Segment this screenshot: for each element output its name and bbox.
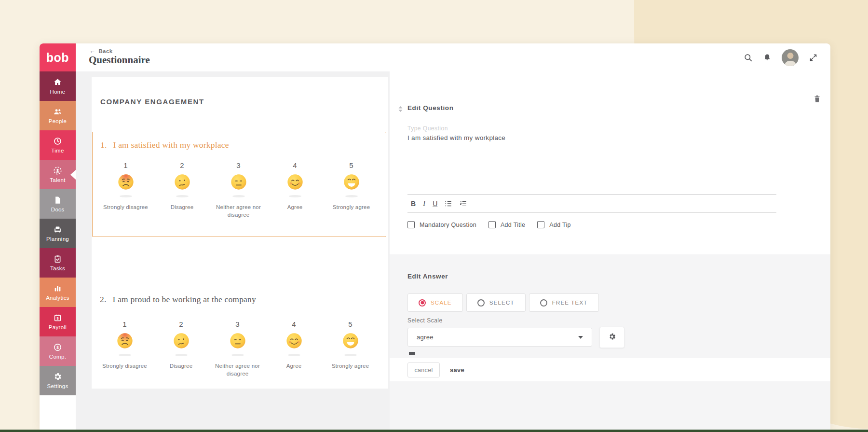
sidebar-item-docs[interactable]: Docs xyxy=(40,189,76,219)
scale-dropdown[interactable]: agree xyxy=(407,328,592,347)
scale-option-label: Disagree xyxy=(170,362,193,370)
scale-option-5: 5Strongly agree xyxy=(323,161,380,219)
italic-button[interactable]: I xyxy=(423,200,425,207)
comp-icon: $ xyxy=(53,343,62,352)
sidebar-item-comp[interactable]: $Comp. xyxy=(40,336,76,366)
cancel-button[interactable]: cancel xyxy=(407,362,440,377)
unordered-list-button[interactable] xyxy=(445,200,452,208)
underline-button[interactable]: U xyxy=(433,200,437,207)
page-title: Questionnaire xyxy=(89,54,150,66)
scale-option-label: Strongly agree xyxy=(332,362,369,370)
checkbox-mandatory-question[interactable]: Mandatory Question xyxy=(407,221,476,228)
scale-option-4: 4Agree xyxy=(266,320,322,377)
sidebar-item-planning[interactable]: Planning xyxy=(40,219,76,248)
scale-value: 5 xyxy=(349,161,353,169)
formatting-toolbar: BIU xyxy=(407,195,776,213)
sidebar-item-label: Payroll xyxy=(49,324,67,330)
scale-option-label: Neither agree nor disagree xyxy=(214,362,262,377)
scale-value: 3 xyxy=(235,320,239,328)
bottom-edge-bar xyxy=(0,430,868,432)
sidebar-item-home[interactable]: Home xyxy=(40,71,76,101)
sidebar-item-label: Talent xyxy=(50,177,66,183)
payroll-icon: $ xyxy=(53,313,62,322)
radio-icon xyxy=(477,299,485,307)
docs-icon xyxy=(53,195,62,205)
avatar[interactable] xyxy=(782,49,799,66)
question-field-label: Type Question xyxy=(407,125,776,132)
sidebar-item-label: Tasks xyxy=(50,265,65,271)
sidebar-item-label: Time xyxy=(51,148,64,153)
sidebar-item-time[interactable]: Time xyxy=(40,130,76,160)
sidebar-item-label: Home xyxy=(50,89,66,95)
sidebar-item-label: Comp. xyxy=(49,354,66,360)
edit-question-heading: Edit Question xyxy=(407,104,454,111)
bob-logo[interactable]: bob xyxy=(40,43,76,71)
question-options-row: Mandatory QuestionAdd TitleAdd Tip xyxy=(407,221,571,228)
emoji-shadow xyxy=(120,195,132,197)
scale-value: 3 xyxy=(236,161,240,169)
question-2-title: 2.I am proud to be working at the compan… xyxy=(100,294,256,305)
checkbox-add-tip[interactable]: Add Tip xyxy=(537,221,571,228)
chevron-down-icon xyxy=(578,336,583,339)
edit-panel: Edit Question Type Question I am satisfi… xyxy=(390,71,830,430)
sidebar-item-talent[interactable]: Talent xyxy=(40,160,76,189)
strongly-agree-emoji-icon xyxy=(342,173,361,191)
expand-icon[interactable] xyxy=(809,53,818,62)
emoji-shadow xyxy=(232,195,245,197)
question-text-editor[interactable]: Type Question I am satisfied with my wor… xyxy=(407,122,776,195)
scale-value: 4 xyxy=(292,320,296,328)
back-button[interactable]: ← Back xyxy=(89,48,113,54)
answer-type-select[interactable]: SELECT xyxy=(466,293,526,312)
scale-option-1: 1Strongly disagree xyxy=(96,320,153,377)
emoji-shadow xyxy=(119,354,131,356)
checkbox-icon xyxy=(488,221,496,228)
bell-icon[interactable] xyxy=(763,53,772,62)
agree-emoji-icon xyxy=(285,332,303,350)
svg-text:$: $ xyxy=(56,345,59,350)
scale-option-label: Strongly agree xyxy=(333,204,370,211)
question-2-number: 2. xyxy=(100,294,107,304)
question-2-scale: 1Strongly disagree2Disagree3Neither agre… xyxy=(96,320,379,377)
search-icon[interactable] xyxy=(744,53,753,62)
question-1-number: 1. xyxy=(100,140,107,150)
main-area: ← Back Questionnaire xyxy=(76,43,830,430)
planning-icon xyxy=(53,225,62,234)
scale-option-3: 3Neither agree nor disagree xyxy=(209,320,266,377)
scale-dropdown-value: agree xyxy=(417,334,434,341)
scale-option-label: Agree xyxy=(287,204,303,211)
sidebar-item-label: Analytics xyxy=(46,295,69,301)
gear-icon xyxy=(608,333,616,343)
settings-icon xyxy=(53,372,62,381)
sidebar-item-payroll[interactable]: $Payroll xyxy=(40,307,76,336)
checkbox-add-title[interactable]: Add Title xyxy=(488,221,525,228)
sidebar-item-analytics[interactable]: Analytics xyxy=(40,278,76,307)
sidebar-item-label: Planning xyxy=(46,236,69,242)
strongly-disagree-emoji-icon xyxy=(117,173,135,191)
emoji-shadow xyxy=(176,195,189,197)
trash-icon[interactable] xyxy=(814,95,821,105)
scale-option-label: Strongly disagree xyxy=(103,204,148,211)
sidebar-item-people[interactable]: People xyxy=(40,101,76,130)
sidebar-item-label: People xyxy=(49,118,67,124)
reorder-handle-icon[interactable] xyxy=(397,105,404,115)
question-1-card[interactable]: 1.I am satisfied with my workplace 1Stro… xyxy=(92,132,386,237)
time-icon xyxy=(53,137,62,146)
scale-option-label: Disagree xyxy=(171,204,194,211)
partially-visible-checkbox xyxy=(409,352,415,355)
neutral-emoji-icon xyxy=(229,332,247,350)
radio-icon xyxy=(540,299,547,307)
radio-icon xyxy=(419,299,426,307)
answer-type-scale[interactable]: SCALE xyxy=(407,293,463,312)
scale-settings-button[interactable] xyxy=(599,327,624,348)
save-button[interactable]: save xyxy=(450,362,464,377)
emoji-shadow xyxy=(175,354,188,356)
agree-emoji-icon xyxy=(286,173,304,191)
disagree-emoji-icon xyxy=(172,332,190,350)
sidebar-item-tasks[interactable]: Tasks xyxy=(40,248,76,278)
sidebar-item-settings[interactable]: Settings xyxy=(40,366,76,395)
ordered-list-button[interactable] xyxy=(460,200,467,208)
bold-button[interactable]: B xyxy=(411,200,416,207)
scale-option-3: 3Neither agree nor disagree xyxy=(210,161,267,219)
talent-icon xyxy=(53,166,62,175)
answer-type-free-text[interactable]: FREE TEXT xyxy=(529,293,599,312)
